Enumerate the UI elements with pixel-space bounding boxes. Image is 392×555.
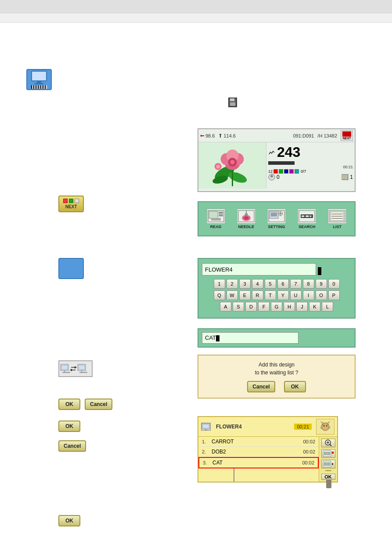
time-display: 00:21 bbox=[268, 165, 353, 169]
search-input[interactable] bbox=[202, 263, 316, 276]
waiting-dialog: Add this design to the waiting list ? Ca… bbox=[198, 355, 356, 399]
svg-rect-33 bbox=[211, 218, 221, 221]
key-0[interactable]: 0 bbox=[328, 279, 340, 289]
key-s[interactable]: S bbox=[233, 302, 244, 312]
menu-setting[interactable]: SETTING bbox=[267, 209, 286, 229]
key-u[interactable]: U bbox=[290, 290, 302, 300]
menu-needle[interactable]: NEEDLE bbox=[237, 209, 255, 229]
item-3-name: CAT bbox=[212, 460, 299, 466]
svg-rect-75 bbox=[79, 372, 87, 373]
cancel-single-container: Cancel bbox=[58, 440, 86, 452]
result-title: FLOWER4 bbox=[216, 424, 242, 430]
result-item-2[interactable]: 2. DOB2 00:02 bbox=[198, 447, 319, 457]
move-button[interactable] bbox=[321, 460, 335, 468]
height-measurement: 114.6 bbox=[218, 133, 236, 138]
key-3[interactable]: 3 bbox=[239, 279, 251, 289]
screen-bottom-row: 0 1 bbox=[268, 174, 353, 181]
key-o[interactable]: O bbox=[316, 290, 327, 300]
bottom-ok-container: OK bbox=[58, 515, 80, 526]
svg-point-84 bbox=[324, 425, 325, 427]
ok-single-button[interactable]: OK bbox=[58, 421, 80, 432]
key-g[interactable]: G bbox=[271, 302, 282, 312]
svg-point-19 bbox=[216, 165, 220, 168]
computer-icon-1[interactable] bbox=[26, 69, 52, 90]
ok-cancel-cancel-button[interactable]: Cancel bbox=[85, 399, 112, 410]
item-3-time: 00:02 bbox=[302, 460, 314, 465]
dialog-buttons: Cancel OK bbox=[205, 381, 348, 392]
key-1[interactable]: 1 bbox=[214, 279, 225, 289]
item-1-time: 00:02 bbox=[303, 439, 315, 444]
list-label: LIST bbox=[333, 225, 342, 229]
menu-list[interactable]: LIST bbox=[328, 209, 346, 229]
cat-panel: CAT bbox=[198, 328, 356, 348]
item-2-time: 00:02 bbox=[303, 449, 315, 454]
key-9[interactable]: 9 bbox=[316, 279, 327, 289]
menu-search[interactable]: SEARCH bbox=[298, 209, 316, 229]
screen-body: 243 00:21 12 0/7 0 bbox=[198, 142, 355, 189]
transfer-icon[interactable] bbox=[58, 360, 93, 377]
svg-marker-4 bbox=[200, 134, 201, 137]
cat-input-display: CAT bbox=[202, 332, 298, 344]
key-j[interactable]: J bbox=[296, 302, 308, 312]
svg-marker-68 bbox=[75, 366, 77, 369]
result-ok-button[interactable]: OK bbox=[321, 474, 335, 480]
save-icon bbox=[228, 98, 237, 107]
result-header-time: 00:21 bbox=[294, 424, 312, 430]
key-a[interactable]: A bbox=[220, 302, 231, 312]
key-4[interactable]: 4 bbox=[252, 279, 263, 289]
svg-rect-72 bbox=[79, 365, 85, 370]
menu-panel: READ NEEDLE bbox=[198, 201, 356, 236]
dialog-ok-button[interactable]: OK bbox=[284, 381, 306, 392]
next-button-icon[interactable]: NEXT bbox=[58, 196, 84, 212]
barcode-shape bbox=[31, 85, 47, 89]
bottom-ok-button[interactable]: OK bbox=[58, 515, 80, 526]
key-w[interactable]: W bbox=[227, 290, 238, 300]
setting-label: SETTING bbox=[268, 225, 285, 229]
menu-read[interactable]: READ bbox=[207, 209, 225, 229]
item-2-name: DOB2 bbox=[212, 449, 300, 455]
key-7[interactable]: 7 bbox=[290, 279, 302, 289]
screen-info: 243 00:21 12 0/7 0 bbox=[266, 142, 355, 189]
key-6[interactable]: 6 bbox=[277, 279, 289, 289]
key-l[interactable]: L bbox=[322, 302, 333, 312]
cursor-indicator bbox=[318, 267, 321, 275]
ok-cancel-ok-button[interactable]: OK bbox=[58, 399, 80, 410]
stitch-count: /H 13482 bbox=[317, 133, 337, 138]
cancel-single-button[interactable]: Cancel bbox=[58, 440, 86, 452]
svg-rect-66 bbox=[62, 372, 70, 373]
key-8[interactable]: 8 bbox=[303, 279, 314, 289]
dialog-cancel-button[interactable]: Cancel bbox=[247, 381, 275, 392]
result-sidebar: OK bbox=[319, 437, 337, 482]
result-cat-icon bbox=[316, 419, 334, 435]
key-i[interactable]: I bbox=[303, 290, 314, 300]
key-r[interactable]: R bbox=[252, 290, 263, 300]
item-3-num: 3. bbox=[203, 460, 210, 465]
key-f[interactable]: F bbox=[258, 302, 270, 312]
svg-marker-110 bbox=[331, 463, 333, 465]
result-item-1[interactable]: 1. CARROT 00:02 bbox=[198, 437, 319, 447]
item-1-name: CARROT bbox=[212, 439, 300, 445]
svg-point-27 bbox=[70, 200, 72, 202]
key-y[interactable]: Y bbox=[277, 290, 289, 300]
svg-line-93 bbox=[330, 444, 331, 446]
color-swatches: 12 0/7 bbox=[268, 169, 353, 174]
width-measurement: 98.6 bbox=[200, 133, 215, 138]
key-d[interactable]: D bbox=[245, 302, 257, 312]
key-e[interactable]: E bbox=[239, 290, 251, 300]
computer-icon-2[interactable] bbox=[58, 258, 84, 279]
key-p[interactable]: P bbox=[328, 290, 340, 300]
key-k[interactable]: K bbox=[309, 302, 320, 312]
key-q[interactable]: Q bbox=[214, 290, 225, 300]
svg-point-83 bbox=[322, 424, 328, 430]
next-label: NEXT bbox=[65, 204, 77, 209]
key-2[interactable]: 2 bbox=[227, 279, 238, 289]
key-5[interactable]: 5 bbox=[265, 279, 276, 289]
key-t[interactable]: T bbox=[265, 290, 276, 300]
next-small-btn[interactable]: NEXT bbox=[341, 130, 353, 141]
result-item-3[interactable]: 3. CAT 00:02 bbox=[198, 457, 319, 468]
key-h[interactable]: H bbox=[284, 302, 295, 312]
zoom-button[interactable] bbox=[321, 439, 335, 447]
svg-rect-29 bbox=[209, 211, 218, 218]
delete-button[interactable] bbox=[321, 449, 335, 458]
scrollbar-track[interactable] bbox=[325, 470, 331, 471]
